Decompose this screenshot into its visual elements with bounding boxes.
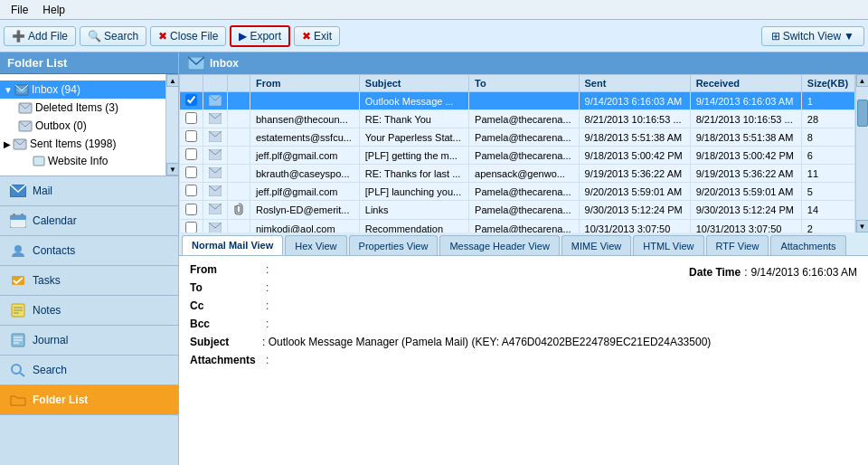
tree-item-deleted[interactable]: Deleted Items (3) (0, 99, 165, 117)
tab-normal[interactable]: Normal Mail View (182, 235, 283, 255)
row-received: 8/21/2013 10:16:53 ... (690, 110, 801, 128)
table-row[interactable]: jeff.plf@gmail.com [PLF] getting the m..… (180, 147, 855, 165)
from-value (272, 263, 689, 276)
tab-mime[interactable]: MIME View (561, 235, 631, 255)
datetime-label: Date Time (689, 266, 741, 279)
th-received[interactable]: Received (690, 75, 801, 92)
row-received: 9/18/2013 5:51:38 AM (690, 128, 801, 147)
toolbar: ➕ Add File 🔍 Search ✖ Close File ▶ Expor… (0, 20, 868, 52)
nav-item-folder-list[interactable]: Folder List (0, 385, 178, 415)
row-checkbox[interactable] (185, 112, 197, 124)
tree-item-inbox[interactable]: ▼ Inbox (94) (0, 81, 165, 99)
th-size[interactable]: Size(KB) (801, 75, 854, 92)
th-subject[interactable]: Subject (359, 75, 468, 92)
sent-collapse-icon: ▶ (4, 139, 11, 149)
vscroll-down[interactable]: ▼ (856, 220, 869, 232)
close-file-button[interactable]: ✖ Close File (150, 26, 226, 46)
nav-item-journal[interactable]: Journal (0, 326, 178, 356)
table-row[interactable]: jeff.plf@gmail.com [PLF] launching you..… (180, 183, 855, 201)
tab-rtf[interactable]: RTF View (706, 235, 769, 255)
to-colon: : (266, 281, 269, 294)
notes-nav-label: Notes (33, 304, 61, 317)
row-subject: [PLF] getting the m... (359, 147, 468, 165)
tab-attachments[interactable]: Attachments (770, 235, 845, 255)
svg-rect-7 (10, 215, 26, 220)
row-attach (228, 128, 250, 147)
nav-item-notes[interactable]: Notes (0, 296, 178, 326)
svg-rect-9 (21, 214, 24, 217)
table-row[interactable]: estatements@ssfcu... Your Paperless Stat… (180, 128, 855, 147)
table-row[interactable]: bkrauth@caseyspo... RE: Thanks for last … (180, 165, 855, 183)
tree-item-website[interactable]: Website Info (0, 153, 165, 169)
mail-nav-label: Mail (33, 185, 52, 197)
row-icon (203, 110, 228, 128)
vscroll-up[interactable]: ▲ (856, 74, 869, 87)
menu-help[interactable]: Help (35, 2, 72, 18)
row-attach (228, 110, 250, 128)
tasks-nav-label: Tasks (33, 274, 61, 287)
row-from: estatements@ssfcu... (250, 128, 360, 147)
th-from[interactable]: From (250, 75, 360, 92)
tab-properties[interactable]: Properties View (349, 235, 439, 255)
nav-item-calendar[interactable]: Calendar (0, 206, 178, 236)
row-checkbox[interactable] (185, 94, 197, 106)
svg-line-21 (20, 373, 24, 376)
table-row[interactable]: Roslyn-ED@emerit... Links Pamela@thecare… (180, 201, 855, 220)
contacts-nav-icon (9, 242, 27, 260)
nav-item-tasks[interactable]: Tasks (0, 266, 178, 296)
row-from: Roslyn-ED@emerit... (250, 201, 360, 220)
cc-label: Cc (190, 299, 262, 312)
th-checkbox[interactable] (180, 75, 203, 92)
tab-header[interactable]: Message Header View (439, 235, 559, 255)
table-row[interactable]: nimkodi@aol.com Recommendation Pamela@th… (180, 220, 855, 233)
switch-view-button[interactable]: ⊞ Switch View ▼ (761, 26, 864, 46)
inbox-title: Inbox (210, 57, 239, 70)
row-checkbox[interactable] (185, 148, 197, 160)
search-button[interactable]: 🔍 Search (80, 26, 146, 46)
th-sent[interactable]: Sent (579, 75, 690, 92)
vscroll-thumb[interactable] (857, 100, 868, 127)
nav-item-search[interactable]: Search (0, 356, 178, 385)
from-label: From (190, 263, 262, 276)
close-file-icon: ✖ (158, 30, 167, 43)
row-received: 10/31/2013 3:07:50 (690, 220, 801, 233)
exit-button[interactable]: ✖ Exit (294, 26, 340, 46)
row-sent: 9/30/2013 5:12:24 PM (579, 201, 690, 220)
row-sent: 10/31/2013 3:07:50 (579, 220, 690, 233)
bcc-label: Bcc (190, 318, 262, 330)
exit-icon: ✖ (302, 30, 311, 43)
message-detail: From : Date Time : 9/14/2013 6:16:03 AM … (179, 256, 868, 465)
export-button[interactable]: ▶ Export (230, 25, 290, 47)
tree-item-outbox[interactable]: Outbox (0) (0, 117, 165, 135)
tree-scroll-down[interactable]: ▼ (166, 163, 178, 176)
table-row[interactable]: bhansen@thecoun... RE: Thank You Pamela@… (180, 110, 855, 128)
row-checkbox[interactable] (185, 166, 197, 178)
add-file-button[interactable]: ➕ Add File (4, 26, 76, 46)
row-checkbox[interactable] (185, 130, 197, 142)
nav-item-contacts[interactable]: Contacts (0, 236, 178, 266)
search-nav-icon (9, 361, 27, 379)
row-checkbox[interactable] (185, 204, 197, 215)
folder-list-nav-label: Folder List (33, 394, 88, 406)
row-checkbox[interactable] (185, 222, 197, 232)
row-subject: Recommendation (359, 220, 468, 233)
tab-html[interactable]: HTML View (633, 235, 703, 255)
tab-hex[interactable]: Hex View (285, 235, 346, 255)
table-row[interactable]: Outlook Message ... 9/14/2013 6:16:03 AM… (180, 92, 855, 110)
calendar-nav-icon (9, 212, 27, 230)
tree-scroll-up[interactable]: ▲ (166, 74, 178, 87)
th-icon[interactable] (203, 75, 228, 92)
tree-item-sent[interactable]: ▶ Sent Items (1998) (0, 135, 165, 153)
row-from: nimkodi@aol.com (250, 220, 360, 233)
journal-nav-label: Journal (33, 334, 68, 346)
menu-file[interactable]: File (4, 2, 35, 18)
th-attach[interactable] (228, 75, 250, 92)
row-checkbox[interactable] (185, 185, 197, 196)
search-nav-label: Search (33, 364, 67, 376)
nav-item-mail[interactable]: Mail (0, 176, 178, 206)
svg-point-20 (12, 365, 21, 374)
row-sent: 9/20/2013 5:59:01 AM (579, 183, 690, 201)
detail-attachments-row: Attachments : (190, 354, 857, 366)
th-to[interactable]: To (469, 75, 579, 92)
row-size: 8 (801, 128, 854, 147)
